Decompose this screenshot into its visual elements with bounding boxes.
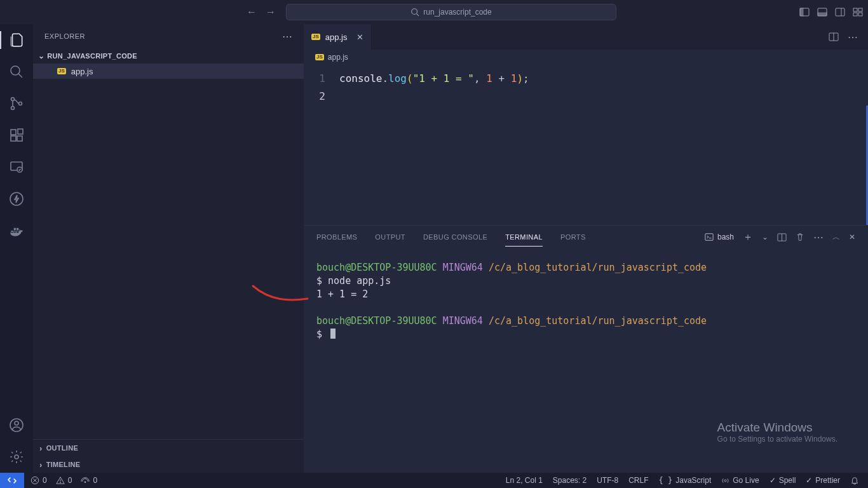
timeline-section[interactable]: › TIMELINE <box>33 456 304 473</box>
source-control-icon[interactable] <box>8 95 25 112</box>
title-bar: ← → run_javascript_code <box>0 0 868 24</box>
panel-tab-ports[interactable]: PORTS <box>560 228 586 246</box>
term-prompt: $ <box>316 275 322 287</box>
status-spell[interactable]: ✓Spell <box>770 476 796 485</box>
svg-rect-5 <box>818 13 827 16</box>
status-spaces[interactable]: Spaces: 2 <box>553 476 587 485</box>
remote-explorer-icon[interactable] <box>8 159 25 175</box>
folder-root[interactable]: ⌄ RUN_JAVASCRIPT_CODE <box>33 48 304 64</box>
svg-rect-3 <box>800 8 803 16</box>
docker-icon[interactable] <box>8 222 25 239</box>
term-cwd: /c/a_blog_tutorial/run_javascript_code <box>489 262 707 273</box>
nav-back-icon[interactable]: ← <box>247 6 257 18</box>
panel-tab-problems[interactable]: PROBLEMS <box>316 228 357 246</box>
svg-rect-10 <box>853 13 857 16</box>
timeline-label: TIMELINE <box>46 461 81 468</box>
status-bar: 0 0 0 Ln 2, Col 1 Spaces: 2 UTF-8 CRLF {… <box>0 473 868 488</box>
outline-section[interactable]: › OUTLINE <box>33 440 304 456</box>
split-terminal-icon[interactable] <box>777 233 787 242</box>
code-token: log <box>388 72 407 85</box>
svg-point-25 <box>15 421 18 425</box>
line-number: 2 <box>304 88 339 105</box>
code-editor[interactable]: 1 console.log("1 + 1 = ", 1 + 1); 2 <box>304 65 868 105</box>
activity-bar <box>0 24 33 473</box>
term-command: node app.js <box>328 275 391 287</box>
outline-label: OUTLINE <box>46 444 78 452</box>
svg-point-14 <box>11 98 15 101</box>
file-item-appjs[interactable]: JS app.js <box>33 64 304 79</box>
panel-tab-terminal[interactable]: TERMINAL <box>505 228 543 247</box>
tab-more-icon[interactable]: ⋯ <box>848 31 858 43</box>
js-file-icon: JS <box>315 54 324 60</box>
command-center-search[interactable]: run_javascript_code <box>286 4 616 20</box>
svg-point-23 <box>10 193 23 205</box>
chevron-up-icon[interactable]: ︿ <box>832 232 840 243</box>
search-activity-icon[interactable] <box>8 64 25 80</box>
tab-appjs[interactable]: JS app.js ✕ <box>304 24 372 50</box>
new-terminal-icon[interactable]: ＋ <box>743 231 753 244</box>
status-bell-icon[interactable] <box>850 476 859 485</box>
svg-point-26 <box>15 455 18 459</box>
status-eol[interactable]: CRLF <box>628 476 648 485</box>
trash-icon[interactable] <box>796 233 804 241</box>
svg-rect-29 <box>705 234 713 241</box>
breadcrumb[interactable]: JS app.js <box>304 50 868 65</box>
svg-rect-19 <box>17 136 22 141</box>
editor-pane: JS app.js ✕ ⋯ JS app.js 1 console.log("1… <box>304 24 868 473</box>
layout-customize-icon[interactable] <box>853 7 863 17</box>
term-env: MINGW64 <box>443 262 483 273</box>
svg-rect-9 <box>858 8 862 11</box>
status-language[interactable]: { } JavaScript <box>659 476 712 485</box>
svg-rect-8 <box>853 8 857 11</box>
panel-close-icon[interactable]: ✕ <box>849 233 855 241</box>
svg-point-15 <box>11 107 15 110</box>
close-icon[interactable]: ✕ <box>356 32 363 42</box>
breadcrumb-file: app.js <box>328 53 348 62</box>
account-icon[interactable] <box>8 417 25 433</box>
svg-rect-20 <box>18 129 23 134</box>
chevron-down-icon: ⌄ <box>38 51 44 60</box>
status-golive[interactable]: Go Live <box>721 476 759 485</box>
code-token: "1 + 1 = " <box>413 72 474 85</box>
svg-point-0 <box>412 9 417 15</box>
folder-name: RUN_JAVASCRIPT_CODE <box>47 52 137 60</box>
svg-point-36 <box>724 479 726 481</box>
explorer-icon[interactable] <box>8 32 25 48</box>
search-icon <box>410 8 419 17</box>
terminal-kind[interactable]: bash <box>705 233 734 241</box>
svg-rect-17 <box>11 130 16 135</box>
terminal-dropdown-icon[interactable]: ⌄ <box>762 233 768 241</box>
editor-tabbar: JS app.js ✕ ⋯ <box>304 24 868 50</box>
remote-indicator[interactable] <box>0 473 24 488</box>
svg-point-12 <box>11 66 20 75</box>
status-lncol[interactable]: Ln 2, Col 1 <box>506 476 543 485</box>
status-errors[interactable]: 0 <box>31 476 47 485</box>
layout-primary-icon[interactable] <box>799 7 810 17</box>
layout-secondary-icon[interactable] <box>835 7 845 17</box>
search-text: run_javascript_code <box>423 8 491 17</box>
thunder-icon[interactable] <box>8 191 25 207</box>
status-encoding[interactable]: UTF-8 <box>597 476 618 485</box>
split-editor-icon[interactable] <box>829 32 839 42</box>
svg-point-34 <box>60 482 60 483</box>
panel-tab-output[interactable]: OUTPUT <box>375 228 405 246</box>
svg-line-13 <box>18 74 22 78</box>
status-warnings[interactable]: 0 <box>56 476 72 485</box>
chevron-right-icon: › <box>39 460 43 470</box>
js-file-icon: JS <box>57 68 66 74</box>
nav-forward-icon[interactable]: → <box>266 6 276 18</box>
extensions-icon[interactable] <box>8 127 25 144</box>
status-ports[interactable]: 0 <box>81 476 97 485</box>
svg-rect-6 <box>836 8 844 16</box>
panel-more-icon[interactable]: ⋯ <box>813 231 824 243</box>
windows-activation-watermark: Activate Windows Go to Settings to activ… <box>717 421 837 444</box>
svg-rect-11 <box>858 13 862 16</box>
layout-panel-icon[interactable] <box>817 7 827 17</box>
status-prettier[interactable]: ✓Prettier <box>806 476 840 485</box>
panel-tab-debug[interactable]: DEBUG CONSOLE <box>423 228 487 246</box>
svg-line-1 <box>417 14 419 17</box>
line-number: 1 <box>304 70 339 88</box>
sidebar-more-icon[interactable]: ⋯ <box>282 30 293 43</box>
code-token: console <box>339 72 382 85</box>
settings-gear-icon[interactable] <box>8 449 25 465</box>
